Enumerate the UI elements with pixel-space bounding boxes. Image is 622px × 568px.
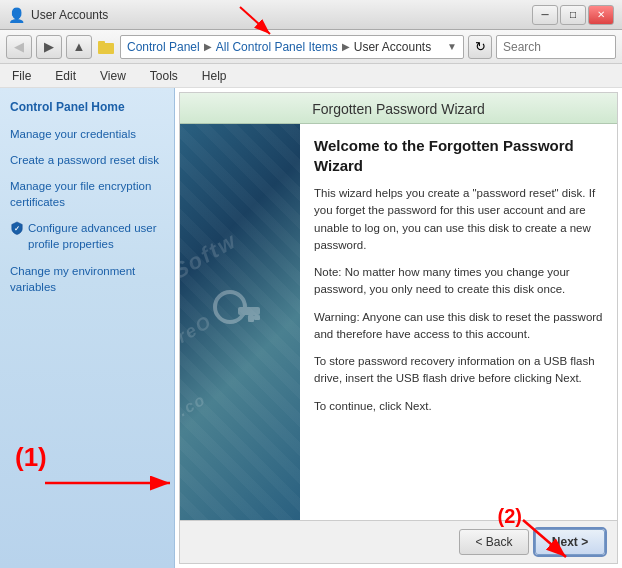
maximize-button[interactable]: □: [560, 5, 586, 25]
forward-button[interactable]: ▶: [36, 35, 62, 59]
back-button[interactable]: ◀: [6, 35, 32, 59]
sidebar-link-advanced-label[interactable]: Configure advanced user profile properti…: [28, 220, 164, 252]
main-content: Control Panel Home Manage your credentia…: [0, 88, 622, 568]
wizard-footer: (2) < Back Next >: [180, 520, 617, 563]
svg-rect-8: [238, 307, 260, 315]
menu-file[interactable]: File: [8, 67, 35, 85]
wizard-usb-info: To store password recovery information o…: [314, 353, 603, 388]
wizard-description: This wizard helps you create a "password…: [314, 185, 603, 254]
menu-edit[interactable]: Edit: [51, 67, 80, 85]
path-all-items[interactable]: All Control Panel Items: [216, 40, 338, 54]
menu-help[interactable]: Help: [198, 67, 231, 85]
wizard-title: Forgotten Password Wizard: [192, 101, 605, 117]
sidebar-link-advanced-profile[interactable]: ✓ Configure advanced user profile proper…: [10, 220, 164, 252]
sidebar-title[interactable]: Control Panel Home: [10, 100, 164, 114]
address-bar: ◀ ▶ ▲ Control Panel ▶ All Control Panel …: [0, 30, 622, 64]
wizard-image: Softw areO re.co: [180, 124, 300, 520]
wizard-continue: To continue, click Next.: [314, 398, 603, 415]
close-button[interactable]: ✕: [588, 5, 614, 25]
key-decoration: [210, 282, 270, 362]
minimize-button[interactable]: ─: [532, 5, 558, 25]
sidebar-link-environment-vars[interactable]: Change my environment variables: [10, 263, 164, 295]
address-path[interactable]: Control Panel ▶ All Control Panel Items …: [120, 35, 464, 59]
path-control-panel[interactable]: Control Panel: [127, 40, 200, 54]
search-input[interactable]: [496, 35, 616, 59]
wizard-header: Forgotten Password Wizard: [180, 93, 617, 124]
up-button[interactable]: ▲: [66, 35, 92, 59]
wizard-body: Softw areO re.co Welcome to the Forgotte…: [180, 124, 617, 520]
window-title: User Accounts: [31, 8, 108, 22]
svg-rect-9: [254, 315, 260, 320]
menu-view[interactable]: View: [96, 67, 130, 85]
watermark-3: re.co: [180, 390, 210, 430]
sidebar-link-password-reset[interactable]: Create a password reset disk: [10, 152, 164, 168]
menu-bar: File Edit View Tools Help: [0, 64, 622, 88]
svg-rect-3: [98, 41, 105, 45]
sidebar-link-encryption-certs[interactable]: Manage your file encryption certificates: [10, 178, 164, 210]
menu-tools[interactable]: Tools: [146, 67, 182, 85]
annotation-1-arrow: [40, 458, 180, 508]
wizard-welcome-heading: Welcome to the Forgotten Password Wizard: [314, 136, 603, 175]
svg-rect-10: [248, 315, 254, 322]
dropdown-arrow-icon[interactable]: ▼: [447, 41, 457, 52]
svg-text:✓: ✓: [14, 225, 20, 232]
back-wizard-button[interactable]: < Back: [459, 529, 529, 555]
app-icon: 👤: [8, 7, 25, 23]
path-sep-2: ▶: [342, 41, 350, 52]
wizard-note: Note: No matter how many times you chang…: [314, 264, 603, 299]
shield-icon: ✓: [10, 221, 24, 235]
watermark-1: Softw: [180, 227, 242, 284]
folder-icon: [96, 37, 116, 57]
wizard-text-area: Welcome to the Forgotten Password Wizard…: [300, 124, 617, 520]
sidebar: Control Panel Home Manage your credentia…: [0, 88, 175, 568]
wizard-panel: Forgotten Password Wizard Softw areO re.…: [179, 92, 618, 564]
refresh-button[interactable]: ↻: [468, 35, 492, 59]
window-controls: ─ □ ✕: [532, 5, 614, 25]
wizard-warning: Warning: Anyone can use this disk to res…: [314, 309, 603, 344]
sidebar-link-manage-credentials[interactable]: Manage your credentials: [10, 126, 164, 142]
path-sep-1: ▶: [204, 41, 212, 52]
next-wizard-button[interactable]: Next >: [535, 529, 605, 555]
path-user-accounts[interactable]: User Accounts: [354, 40, 431, 54]
title-bar: 👤 User Accounts ─ □ ✕: [0, 0, 622, 30]
